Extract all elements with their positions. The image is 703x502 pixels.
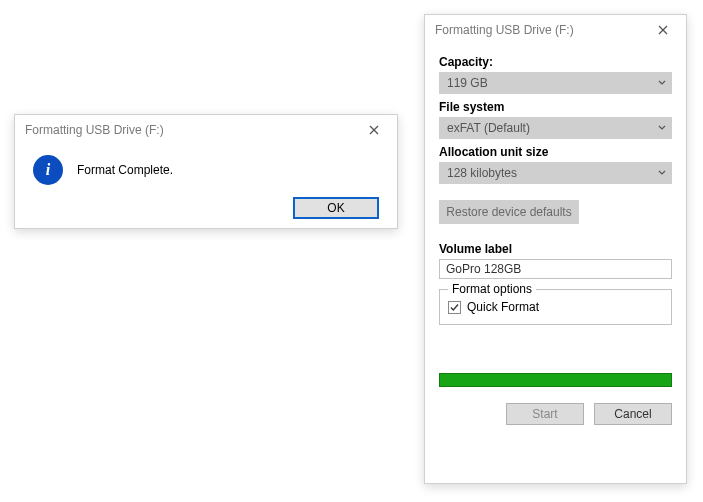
allocation-label: Allocation unit size — [439, 145, 672, 159]
quick-format-checkbox[interactable] — [448, 301, 461, 314]
progress-bar — [439, 373, 672, 387]
dialog-body: i Format Complete. — [15, 145, 397, 189]
format-options-dialog: Formatting USB Drive (F:) Capacity: 119 … — [424, 14, 687, 484]
close-icon — [658, 25, 668, 35]
close-button-secondary[interactable]: Cancel — [594, 403, 672, 425]
filesystem-value: exFAT (Default) — [447, 121, 530, 135]
close-button[interactable] — [359, 115, 389, 145]
filesystem-dropdown[interactable]: exFAT (Default) — [439, 117, 672, 139]
start-button[interactable]: Start — [506, 403, 584, 425]
dialog-footer: OK — [15, 189, 397, 229]
format-options-group: Format options Quick Format — [439, 289, 672, 325]
close-icon — [369, 125, 379, 135]
window-title: Formatting USB Drive (F:) — [435, 23, 574, 37]
dialog-content: Capacity: 119 GB File system exFAT (Defa… — [425, 45, 686, 435]
restore-defaults-button[interactable]: Restore device defaults — [439, 200, 579, 224]
quick-format-row[interactable]: Quick Format — [448, 300, 663, 314]
capacity-value: 119 GB — [447, 76, 488, 90]
ok-button[interactable]: OK — [293, 197, 379, 219]
volume-label-value: GoPro 128GB — [446, 262, 521, 276]
button-row: Start Cancel — [439, 403, 672, 425]
titlebar: Formatting USB Drive (F:) — [425, 15, 686, 45]
chevron-down-icon — [658, 80, 666, 86]
volume-label: Volume label — [439, 242, 672, 256]
volume-label-input[interactable]: GoPro 128GB — [439, 259, 672, 279]
titlebar: Formatting USB Drive (F:) — [15, 115, 397, 145]
chevron-down-icon — [658, 125, 666, 131]
filesystem-label: File system — [439, 100, 672, 114]
window-title: Formatting USB Drive (F:) — [25, 123, 164, 137]
capacity-label: Capacity: — [439, 55, 672, 69]
message-text: Format Complete. — [77, 163, 173, 177]
allocation-value: 128 kilobytes — [447, 166, 517, 180]
format-options-legend: Format options — [448, 282, 536, 296]
close-button[interactable] — [648, 15, 678, 45]
format-complete-dialog: Formatting USB Drive (F:) i Format Compl… — [14, 114, 398, 229]
capacity-dropdown[interactable]: 119 GB — [439, 72, 672, 94]
chevron-down-icon — [658, 170, 666, 176]
info-icon: i — [33, 155, 63, 185]
checkmark-icon — [450, 303, 459, 312]
allocation-dropdown[interactable]: 128 kilobytes — [439, 162, 672, 184]
quick-format-label: Quick Format — [467, 300, 539, 314]
